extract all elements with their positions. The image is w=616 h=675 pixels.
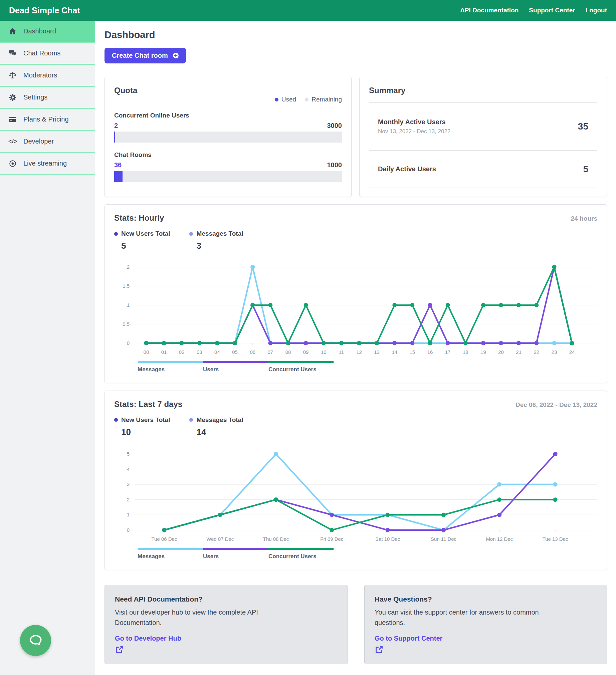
summary-row-monthly-active-users: Monthly Active Users Nov 13, 2022 - Dec … (369, 103, 597, 150)
summary-title: Summary (369, 86, 597, 95)
create-chat-room-label: Create Chat room (112, 52, 168, 59)
svg-text:1: 1 (127, 302, 130, 308)
svg-text:2: 2 (127, 497, 130, 502)
svg-text:0: 0 (127, 527, 130, 533)
messages-line-swatch (138, 361, 203, 363)
nav-api-documentation[interactable]: API Documentation (460, 7, 519, 14)
sidebar-item-label: Plans & Pricing (23, 116, 69, 123)
app-title: Dead Simple Chat (9, 6, 80, 15)
sidebar-item-live-streaming[interactable]: Live streaming (0, 153, 95, 175)
info-card-title: Have Questions? (375, 595, 597, 603)
svg-text:02: 02 (179, 349, 185, 355)
summary-row-value: 35 (578, 121, 588, 132)
legend-label: Concurrent Users (268, 553, 334, 560)
svg-text:Sun 11 Dec: Sun 11 Dec (431, 536, 457, 542)
sidebar-item-label: Dashboard (23, 27, 56, 35)
code-icon: </> (8, 138, 17, 145)
total-label: Messages Total (196, 416, 243, 424)
create-chat-room-button[interactable]: Create Chat room (104, 48, 186, 63)
meter-progress-fill (114, 132, 115, 143)
meter-used-value: 36 (114, 161, 122, 169)
svg-text:14: 14 (392, 349, 397, 355)
quota-meter-concurrent-users: Concurrent Online Users 2 3000 (114, 112, 342, 143)
svg-text:0.5: 0.5 (123, 321, 130, 327)
main-content: Dashboard Create Chat room Quota Used (95, 21, 616, 675)
support-center-link[interactable]: Go to Support Center (375, 634, 442, 642)
svg-text:23: 23 (552, 349, 557, 355)
hourly-line-chart: 00.511.520001020304050607080910111213141… (114, 258, 597, 361)
messages-dot-icon (189, 418, 193, 422)
sidebar-item-settings[interactable]: Settings (0, 87, 95, 109)
legend-used-label: Used (282, 96, 296, 103)
sidebar-item-plans-pricing[interactable]: Plans & Pricing (0, 109, 95, 131)
svg-text:1.5: 1.5 (123, 283, 130, 289)
total-new-users: New Users Total 5 (114, 230, 170, 251)
summary-row-label: Monthly Active Users (378, 118, 450, 126)
sidebar: Dashboard Chat Rooms Moderators (0, 21, 95, 675)
legend-used: Used (275, 96, 296, 103)
total-value: 10 (121, 427, 170, 437)
sidebar-item-moderators[interactable]: Moderators (0, 65, 95, 87)
total-value: 5 (121, 241, 170, 251)
sidebar-item-chat-rooms[interactable]: Chat Rooms (0, 43, 95, 65)
home-icon (8, 27, 17, 36)
svg-text:Sat 10 Dec: Sat 10 Dec (375, 536, 400, 542)
legend-users: Users (203, 548, 268, 560)
plus-circle-icon (172, 52, 179, 59)
total-messages: Messages Total 14 (189, 416, 243, 437)
svg-text:Wed 07 Dec: Wed 07 Dec (206, 536, 234, 542)
svg-text:03: 03 (197, 349, 202, 355)
stats-7days-card: Stats: Last 7 days Dec 06, 2022 - Dec 13… (104, 391, 607, 570)
stats-7days-period: Dec 06, 2022 - Dec 13, 2022 (516, 401, 597, 408)
info-card-body: Visit our developer hub to view the comp… (115, 607, 272, 628)
svg-text:20: 20 (498, 349, 504, 355)
bottom-info-row: Need API Documentation? Visit our develo… (104, 585, 607, 664)
external-link-icon[interactable] (375, 645, 597, 655)
total-value: 14 (196, 427, 243, 437)
svg-text:13: 13 (374, 349, 380, 355)
hourly-chart-legend: Messages Users Concurrent Users (138, 361, 597, 373)
total-new-users: New Users Total 10 (114, 416, 170, 437)
svg-text:Tue 13 Dec: Tue 13 Dec (543, 536, 568, 542)
sidebar-item-label: Settings (23, 93, 48, 101)
quota-card: Quota Used Remaining Concurrent Online U… (104, 77, 352, 197)
chat-widget-button[interactable] (20, 625, 51, 656)
api-documentation-card: Need API Documentation? Visit our develo… (104, 585, 348, 664)
speech-bubble-icon (28, 632, 44, 649)
meter-progress-bar (114, 171, 342, 182)
nav-support-center[interactable]: Support Center (529, 7, 575, 14)
stats-hourly-totals: New Users Total 5 Messages Total 3 (114, 230, 597, 251)
sidebar-item-label: Live streaming (23, 160, 67, 167)
svg-text:Thu 08 Dec: Thu 08 Dec (263, 536, 289, 542)
sidebar-item-dashboard[interactable]: Dashboard (0, 21, 95, 43)
credit-card-icon (8, 115, 17, 124)
sidebar-item-label: Chat Rooms (23, 50, 61, 57)
svg-text:07: 07 (268, 349, 274, 355)
legend-messages: Messages (138, 361, 203, 373)
external-link-icon[interactable] (115, 645, 337, 655)
sidebar-item-developer[interactable]: </> Developer (0, 131, 95, 153)
stats-hourly-card: Stats: Hourly 24 hours New Users Total 5… (104, 204, 607, 383)
new-users-dot-icon (114, 232, 118, 236)
svg-text:00: 00 (144, 349, 149, 355)
svg-text:19: 19 (480, 349, 486, 355)
meter-used-value: 2 (114, 122, 118, 130)
7days-line-chart: 012345Tue 06 DecWed 07 DecThu 08 DecFri … (114, 444, 597, 547)
summary-box: Monthly Active Users Nov 13, 2022 - Dec … (369, 102, 597, 188)
summary-row-daterange: Nov 13, 2022 - Dec 13, 2022 (378, 128, 450, 135)
svg-text:Fri 09 Dec: Fri 09 Dec (320, 536, 343, 542)
svg-text:10: 10 (321, 349, 326, 355)
svg-text:0: 0 (127, 340, 130, 346)
legend-users: Users (203, 361, 268, 373)
svg-text:09: 09 (303, 349, 309, 355)
svg-text:2: 2 (127, 264, 130, 270)
sidebar-item-label: Developer (23, 138, 54, 145)
quota-legend: Used Remaining (114, 96, 342, 103)
svg-text:06: 06 (250, 349, 255, 355)
summary-row-label: Daily Active Users (378, 165, 436, 173)
meter-progress-bar (114, 132, 342, 143)
developer-hub-link[interactable]: Go to Developer Hub (115, 634, 181, 642)
scale-icon (8, 71, 17, 80)
stats-7days-title: Stats: Last 7 days (114, 399, 182, 409)
nav-logout[interactable]: Logout (586, 7, 607, 14)
